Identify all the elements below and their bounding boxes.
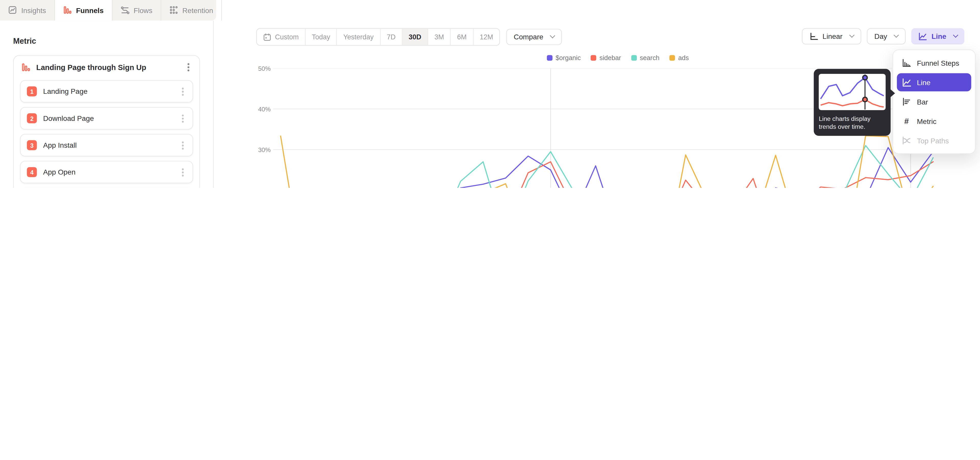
step-number-badge: 4 [27,167,37,177]
range-6m-button[interactable]: 6M [451,29,474,45]
scale-dropdown[interactable]: Linear [802,28,861,45]
y-axis-tick-label: 20% [249,187,270,188]
legend-swatch [547,55,552,60]
range-label: Custom [275,33,299,41]
menu-item-line[interactable]: Line [897,73,971,91]
range-label: 7D [387,33,395,41]
bar-icon [902,97,912,107]
funnel-step-4[interactable]: 4App Open [20,161,193,183]
range-label: 30D [409,33,421,41]
kebab-icon[interactable] [182,144,184,146]
range-label: Today [312,33,330,41]
funnel-steps-icon [902,58,912,68]
funnel-step-2[interactable]: 2Download Page [20,107,193,129]
chevron-down-icon [894,32,899,38]
range-custom-button[interactable]: Custom [257,29,306,45]
step-label: Download Page [43,115,180,122]
line-chart-tooltip: Line charts display trends over time. [814,69,891,136]
funnel-title: Landing Page through Sign Up [36,63,185,72]
chart-legend: $organicsidebarsearchads [273,54,963,61]
legend-item-organic[interactable]: $organic [547,54,581,61]
series-line-organic[interactable] [281,147,933,188]
flows-icon [121,6,129,15]
compare-button[interactable]: Compare [506,29,562,45]
step-label: Landing Page [43,88,180,95]
legend-swatch [670,55,675,60]
funnels-app: InsightsFunnelsFlowsRetention Metric Lan… [0,0,980,188]
tab-funnels[interactable]: Funnels [55,0,113,21]
step-label: App Install [43,141,180,149]
tab-label: Flows [134,6,152,14]
range-label: Yesterday [343,33,374,41]
range-yesterday-button[interactable]: Yesterday [337,29,380,45]
insights-icon [8,6,17,15]
date-range-segmented-control: CustomTodayYesterday7D30D3M6M12M [256,28,500,46]
step-number-badge: 1 [27,86,37,96]
legend-swatch [631,55,637,60]
funnel-metric-icon [21,62,30,72]
kebab-icon[interactable] [188,66,189,68]
sidebar: Metric Landing Page through Sign Up 1Lan… [0,21,214,188]
menu-item-label: Top Paths [917,137,949,144]
legend-item-ads[interactable]: ads [670,54,689,61]
step-number-badge: 2 [27,113,37,123]
chart-controls: Linear Day Line [802,28,964,45]
tab-label: Insights [21,6,46,14]
range-today-button[interactable]: Today [305,29,337,45]
kebab-icon[interactable] [182,91,184,92]
granularity-label: Day [874,32,887,40]
range-3m-button[interactable]: 3M [428,29,451,45]
legend-swatch [591,55,597,60]
y-axis-tick-label: 40% [249,106,270,113]
tooltip-text: Line charts display trends over time. [819,115,886,131]
range-7d-button[interactable]: 7D [380,29,402,45]
menu-item-label: Bar [917,98,928,105]
chart-type-dropdown[interactable]: Line [912,28,964,45]
tab-label: Funnels [76,6,103,14]
range-label: 12M [480,33,493,41]
legend-label: $organic [555,54,581,61]
y-axis-tick-label: 50% [249,65,270,72]
line-icon [902,78,912,87]
retention-icon [169,6,178,15]
legend-item-search[interactable]: search [631,54,659,61]
calendar-icon [263,33,271,41]
menu-item-label: Metric [917,117,937,125]
funnels-icon [63,6,72,15]
range-12m-button[interactable]: 12M [473,29,499,45]
series-line-sidebar[interactable] [281,162,933,188]
kebab-icon[interactable] [182,117,184,119]
tooltip-arrow [890,89,895,97]
legend-item-sidebar[interactable]: sidebar [591,54,621,61]
tab-insights[interactable]: Insights [0,0,55,21]
menu-item-label: Line [917,78,931,86]
linear-axis-icon [809,32,818,41]
series-line-search[interactable] [281,145,933,188]
menu-item-bar[interactable]: Bar [897,93,971,111]
chart-type-menu: Funnel StepsLineBar#MetricTop Paths [892,50,976,154]
range-30d-button[interactable]: 30D [402,29,428,45]
step-label: App Open [43,168,180,176]
granularity-dropdown[interactable]: Day [867,28,906,45]
tooltip-mini-chart [819,74,886,110]
kebab-icon[interactable] [182,171,184,173]
menu-item-metric[interactable]: #Metric [897,112,971,130]
tab-flows[interactable]: Flows [112,0,161,21]
tab-label: Retention [183,6,213,14]
range-label: 3M [434,33,444,41]
menu-item-label: Funnel Steps [917,59,959,66]
menu-item-top-paths: Top Paths [897,131,971,150]
scale-label: Linear [822,32,842,40]
y-axis-tick-label: 30% [249,147,270,153]
legend-label: sidebar [600,54,621,61]
menu-item-funnel-steps[interactable]: Funnel Steps [897,54,971,72]
tab-retention[interactable]: Retention [161,0,222,21]
date-range-toolbar: CustomTodayYesterday7D30D3M6M12M Compare [256,28,562,46]
funnel-step-1[interactable]: 1Landing Page [20,80,193,102]
series-line-ads[interactable] [281,136,933,188]
compare-label: Compare [514,33,543,41]
step-number-badge: 3 [27,140,37,150]
funnel-step-3[interactable]: 3App Install [20,134,193,157]
legend-label: search [640,54,659,61]
chevron-down-icon [953,32,958,38]
